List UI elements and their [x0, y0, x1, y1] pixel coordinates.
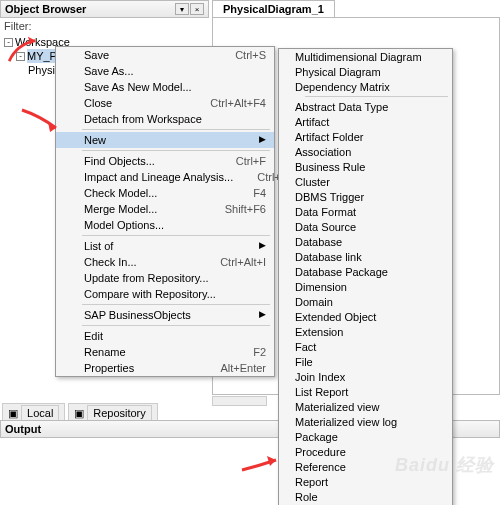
submenu-item-extended-object[interactable]: Extended Object: [279, 309, 452, 324]
submenu-item-list-report[interactable]: List Report: [279, 384, 452, 399]
menu-item-model-options[interactable]: Model Options...: [56, 217, 274, 233]
submenu-item-database[interactable]: Database: [279, 234, 452, 249]
menu-item-find-objects[interactable]: Find Objects...Ctrl+F: [56, 153, 274, 169]
menu-item-list-of[interactable]: List of▶: [56, 238, 274, 254]
tab-physicaldiagram[interactable]: PhysicalDiagram_1: [212, 0, 335, 17]
submenu-item-business-rule[interactable]: Business Rule: [279, 159, 452, 174]
pin-icon[interactable]: ▾: [175, 3, 189, 15]
menu-item-compare-with-repository[interactable]: Compare with Repository...: [56, 286, 274, 302]
submenu-item-file[interactable]: File: [279, 354, 452, 369]
menu-item-merge-model[interactable]: Merge Model...Shift+F6: [56, 201, 274, 217]
menu-item-detach-from-workspace[interactable]: Detach from Workspace: [56, 111, 274, 127]
submenu-item-dimension[interactable]: Dimension: [279, 279, 452, 294]
menu-item-update-from-repository[interactable]: Update from Repository...: [56, 270, 274, 286]
submenu-item-database-link[interactable]: Database link: [279, 249, 452, 264]
submenu-item-materialized-view[interactable]: Materialized view: [279, 399, 452, 414]
submenu-item-dbms-trigger[interactable]: DBMS Trigger: [279, 189, 452, 204]
submenu-item-domain[interactable]: Domain: [279, 294, 452, 309]
menu-item-edit[interactable]: Edit: [56, 328, 274, 344]
menu-item-impact-and-lineage-analysis[interactable]: Impact and Lineage Analysis...Ctrl+F11: [56, 169, 274, 185]
submenu-item-role[interactable]: Role: [279, 489, 452, 504]
submenu-item-multidimensional-diagram[interactable]: Multidimensional Diagram: [279, 49, 452, 64]
close-icon[interactable]: ×: [190, 3, 204, 15]
tab-local[interactable]: Local: [21, 405, 59, 421]
submenu-item-abstract-data-type[interactable]: Abstract Data Type: [279, 99, 452, 114]
submenu-item-package[interactable]: Package: [279, 429, 452, 444]
menu-item-save[interactable]: SaveCtrl+S: [56, 47, 274, 63]
submenu-item-join-index[interactable]: Join Index: [279, 369, 452, 384]
filter-label: Filter:: [0, 18, 209, 34]
menu-item-save-as[interactable]: Save As...: [56, 63, 274, 79]
submenu-item-materialized-view-log[interactable]: Materialized view log: [279, 414, 452, 429]
submenu-item-dependency-matrix[interactable]: Dependency Matrix: [279, 79, 452, 94]
submenu-item-fact[interactable]: Fact: [279, 339, 452, 354]
object-browser-title: Object Browser: [5, 3, 174, 15]
watermark: Baidu 经验: [395, 453, 494, 477]
submenu-item-extension[interactable]: Extension: [279, 324, 452, 339]
menu-item-close[interactable]: CloseCtrl+Alt+F4: [56, 95, 274, 111]
submenu-item-data-source[interactable]: Data Source: [279, 219, 452, 234]
context-menu: SaveCtrl+SSave As...Save As New Model...…: [55, 46, 275, 377]
menu-item-save-as-new-model[interactable]: Save As New Model...: [56, 79, 274, 95]
submenu-item-cluster[interactable]: Cluster: [279, 174, 452, 189]
submenu-item-database-package[interactable]: Database Package: [279, 264, 452, 279]
submenu-item-association[interactable]: Association: [279, 144, 452, 159]
arrow-icon: [240, 452, 282, 474]
object-browser-header: Object Browser ▾ ×: [0, 0, 209, 18]
new-submenu: Multidimensional DiagramPhysical Diagram…: [278, 48, 453, 505]
menu-item-sap-businessobjects[interactable]: SAP BusinessObjects▶: [56, 307, 274, 323]
tab-repository[interactable]: Repository: [87, 405, 152, 421]
menu-item-properties[interactable]: PropertiesAlt+Enter: [56, 360, 274, 376]
submenu-item-artifact-folder[interactable]: Artifact Folder: [279, 129, 452, 144]
menu-item-new[interactable]: New▶: [56, 132, 274, 148]
submenu-item-artifact[interactable]: Artifact: [279, 114, 452, 129]
scrollbar[interactable]: [212, 396, 267, 406]
submenu-item-physical-diagram[interactable]: Physical Diagram: [279, 64, 452, 79]
menu-item-rename[interactable]: RenameF2: [56, 344, 274, 360]
submenu-item-data-format[interactable]: Data Format: [279, 204, 452, 219]
menu-item-check-model[interactable]: Check Model...F4: [56, 185, 274, 201]
menu-item-check-in[interactable]: Check In...Ctrl+Alt+I: [56, 254, 274, 270]
diagram-tabs: PhysicalDiagram_1: [212, 0, 500, 17]
